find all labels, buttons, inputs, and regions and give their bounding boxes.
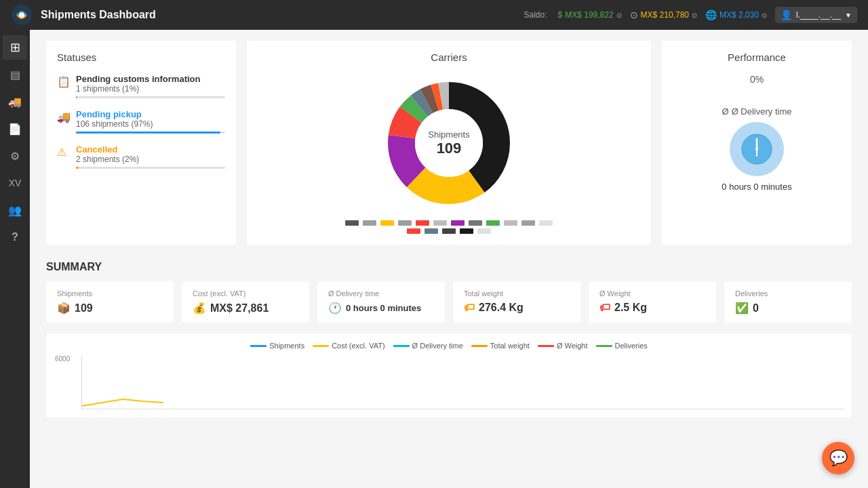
chart-line-avg-weight [538, 345, 554, 347]
chart-y-label: 6000 [55, 355, 70, 363]
donut-center-value: 109 [428, 140, 469, 157]
summary-card-total-weight: Total weight 🏷 276.4 Kg [453, 281, 580, 323]
status-bar-pickup [76, 131, 225, 134]
status-icon-customs: 📋 [57, 75, 71, 89]
carriers-title: Carriers [431, 52, 467, 63]
balance-value-1: MX$ 199,822 [565, 10, 613, 20]
donut-center: Shipments 109 [428, 129, 469, 157]
sidebar-item-documents[interactable]: 📄 [3, 117, 27, 141]
sidebar-item-shipments[interactable]: ▤ [3, 62, 27, 87]
status-item-customs: 📋 Pending customs information 1 shipment… [57, 74, 225, 98]
legend-item-6 [433, 220, 447, 226]
legend-item-12 [539, 220, 553, 226]
status-count-cancelled: 2 shipments (2%) [76, 155, 225, 164]
legend-item-9 [486, 220, 500, 226]
status-count-pickup: 106 shipments (97%) [76, 119, 225, 129]
legend-item-17 [477, 228, 491, 234]
chart-legend-weight: Total weight [471, 342, 530, 350]
cost-amount: MX$ 27,861 [210, 302, 269, 314]
performance-panel: Performance 0% ØØ Delivery time [662, 41, 852, 245]
chart-legend-cost: Cost (excl. VAT) [313, 342, 384, 350]
legend-item-1 [345, 220, 359, 226]
chart-legend-deliveries: Deliveries [596, 342, 648, 350]
summary-card-avg-weight: Ø Weight 🏷 2.5 Kg [589, 281, 716, 323]
legend-item-15 [442, 228, 456, 234]
legend-item-13 [407, 228, 420, 234]
status-name-customs: Pending customs information [76, 74, 225, 84]
page-title: Shipments Dashboard [41, 9, 524, 21]
carriers-legend [345, 220, 553, 234]
card-value-cost: 💰 MX$ 27,861 [193, 302, 298, 314]
sidebar-item-settings[interactable]: ⚙ [3, 144, 27, 168]
main-layout: ⊞ ▤ 🚚 📄 ⚙ XV 👥 ? Statuses [0, 30, 868, 488]
chart-legend-label-shipments: Shipments [269, 342, 304, 350]
statuses-title: Statuses [57, 52, 225, 63]
sidebar-item-dashboard[interactable]: ⊞ [3, 35, 27, 60]
legend-item-11 [521, 220, 535, 226]
card-label-delivery-time: Ø Delivery time [328, 289, 434, 298]
legend-item-14 [425, 228, 438, 234]
carriers-panel: Carriers [247, 41, 651, 245]
chart-legend-label-avg-weight: Ø Weight [557, 342, 588, 350]
legend-item-4 [398, 220, 412, 226]
clock-icon-container [730, 122, 784, 176]
svg-point-15 [755, 148, 758, 150]
card-label-shipments: Shipments [57, 289, 163, 298]
top-header: Shipments Dashboard Saldo: $ MX$ 199,822… [0, 0, 868, 30]
donut-center-label: Shipments [428, 129, 469, 140]
delivery-time-value: 0 hours 0 minutes [722, 182, 791, 192]
summary-cards: Shipments 📦 109 Cost (excl. VAT) 💰 MX$ 2… [46, 281, 852, 323]
status-item-cancelled: ⚠ Cancelled 2 shipments (2%) [57, 144, 225, 169]
balance-item-1: $ MX$ 199,822 ⊙ [558, 10, 622, 20]
status-icon-cancelled: ⚠ [57, 146, 71, 159]
balance-label: Saldo: [524, 10, 547, 20]
summary-section: SUMMARY Shipments 📦 109 Cost (excl. VAT)… [46, 261, 852, 323]
card-value-total-weight: 🏷 276.4 Kg [464, 302, 570, 314]
clock-icon [740, 132, 774, 166]
status-count-customs: 1 shipments (1%) [76, 84, 225, 94]
status-icon-pickup: 🚚 [57, 110, 71, 124]
sidebar-item-tracking[interactable]: XV [3, 171, 27, 195]
legend-row-2 [345, 228, 553, 234]
card-value-shipments: 📦 109 [57, 302, 163, 314]
user-info[interactable]: 👤 l.____.__.__ ▼ [775, 7, 857, 23]
chart-legend-label-deliveries: Deliveries [615, 342, 648, 350]
chart-line-cost [313, 345, 329, 347]
sidebar-item-users[interactable]: 👥 [3, 198, 27, 222]
sidebar-item-delivery[interactable]: 🚚 [3, 89, 27, 114]
delivery-time-label: ØØ Delivery time [722, 106, 791, 117]
shipments-icon: 📦 [57, 302, 71, 314]
chart-legend-label-delivery: Ø Delivery time [412, 342, 463, 350]
chat-button[interactable]: 💬 [822, 442, 854, 474]
status-bar-cancelled [76, 167, 225, 169]
balance-item-2: ⊙ MX$ 210,780 ⊙ [630, 9, 697, 20]
card-value-delivery-time: 🕐 0 hours 0 minutes [328, 302, 434, 314]
card-label-avg-weight: Ø Weight [599, 289, 705, 298]
legend-item-2 [363, 220, 376, 226]
balance-value-3: MX$ 2,030 [719, 10, 759, 20]
deliveries-icon: ✅ [735, 302, 749, 314]
status-bar-fill-cancelled [76, 167, 79, 169]
chart-section: Shipments Cost (excl. VAT) Ø Delivery ti… [46, 333, 852, 418]
total-weight-text: 276.4 Kg [479, 302, 524, 314]
status-bar-fill-customs [76, 96, 77, 98]
chart-legend-avg-weight: Ø Weight [538, 342, 588, 350]
summary-card-cost: Cost (excl. VAT) 💰 MX$ 27,861 [182, 281, 309, 323]
app-logo [11, 4, 33, 26]
legend-item-8 [469, 220, 482, 226]
legend-item-5 [416, 220, 429, 226]
card-value-deliveries: ✅ 0 [735, 302, 841, 314]
legend-row-1 [345, 220, 553, 226]
delivery-time-text: 0 hours 0 minutes [346, 303, 421, 313]
main-content: Statuses 📋 Pending customs information 1… [30, 30, 868, 488]
status-name-cancelled: Cancelled [76, 144, 225, 155]
chart-line-weight [471, 345, 488, 347]
sidebar-item-help[interactable]: ? [3, 225, 27, 249]
legend-item-10 [504, 220, 517, 226]
chart-line-deliveries [596, 345, 612, 347]
chart-legend-label-weight: Total weight [490, 342, 530, 350]
balance-item-3: 🌐 MX$ 2,030 ⊙ [705, 9, 767, 20]
balance-value-2: MX$ 210,780 [641, 10, 689, 20]
status-item-pickup: 🚚 Pending pickup 106 shipments (97%) [57, 109, 225, 134]
delivery-time-icon: 🕐 [328, 302, 342, 314]
